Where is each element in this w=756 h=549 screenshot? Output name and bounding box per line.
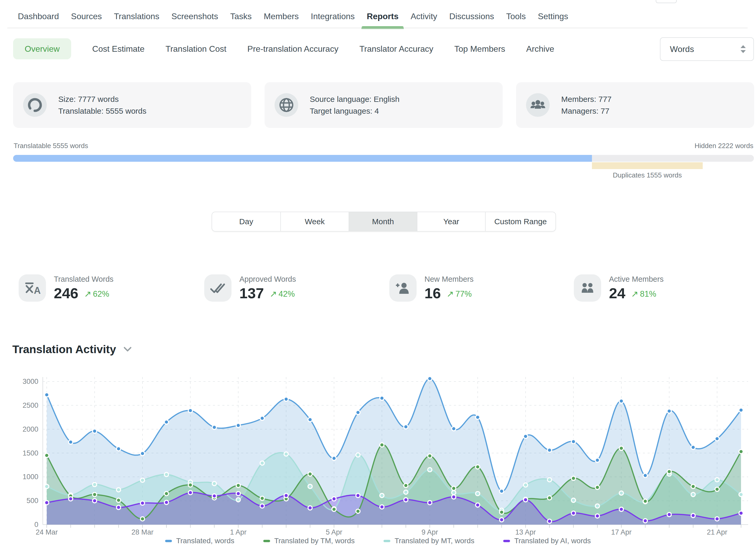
stat-label: Translated Words [54, 275, 113, 284]
svg-text:13 Apr: 13 Apr [515, 528, 536, 536]
nav-activity[interactable]: Activity [411, 12, 437, 21]
translation-activity-chart[interactable]: 05001000150020002500300024 Mar28 Mar1 Ap… [0, 362, 756, 549]
size-line: Size: 7777 words [58, 93, 146, 105]
legend-item-1[interactable]: Translated by TM, words [263, 537, 355, 545]
up-right-arrow-icon: ↗ [270, 289, 277, 299]
tab-cost-estimate[interactable]: Cost Estimate [92, 44, 144, 54]
progress-ring-icon [23, 93, 47, 117]
svg-text:1 Apr: 1 Apr [230, 528, 246, 536]
tab-archive[interactable]: Archive [526, 44, 554, 54]
size-card: Size: 7777 words Translatable: 5555 word… [13, 82, 251, 128]
svg-text:A: A [34, 285, 41, 296]
svg-text:2500: 2500 [23, 401, 38, 409]
new-members-stat: New Members 16 ↗77% [389, 274, 474, 302]
svg-text:9 Apr: 9 Apr [422, 528, 438, 536]
members-line: Members: 777 [561, 93, 612, 105]
tab-translation-cost[interactable]: Translation Cost [166, 44, 227, 54]
stat-value: 24 [609, 286, 625, 301]
globe-icon [275, 93, 298, 117]
target-languages-line: Target languages: 4 [310, 105, 400, 117]
translate-icon: A [19, 274, 46, 302]
legend-item-0[interactable]: Translated, words [165, 537, 234, 545]
header-divider [7, 28, 748, 28]
svg-text:5 Apr: 5 Apr [326, 528, 342, 536]
nav-tools[interactable]: Tools [506, 12, 526, 21]
svg-text:17 Apr: 17 Apr [611, 528, 632, 536]
tab-top-members[interactable]: Top Members [454, 44, 505, 54]
svg-text:500: 500 [27, 497, 38, 505]
range-tab-month[interactable]: Month [349, 212, 417, 231]
range-tab-week[interactable]: Week [280, 212, 349, 231]
date-range-tabs: Day Week Month Year Custom Range [212, 212, 556, 232]
chart-title: Translation Activity [12, 343, 116, 356]
legend-label: Translated by MT, words [395, 537, 474, 545]
tab-pretranslation-accuracy[interactable]: Pre-translation Accuracy [247, 44, 338, 54]
chart-title-row: Translation Activity [12, 343, 132, 356]
chart-legend: Translated, wordsTranslated by TM, words… [0, 537, 756, 545]
nav-reports-label: Reports [367, 12, 398, 21]
svg-text:21 Apr: 21 Apr [707, 528, 727, 536]
stat-delta: ↗42% [270, 289, 295, 299]
nav-dashboard[interactable]: Dashboard [18, 12, 59, 21]
managers-line: Managers: 77 [561, 105, 612, 117]
svg-text:0: 0 [34, 521, 38, 529]
svg-text:2000: 2000 [23, 425, 38, 433]
range-tab-day[interactable]: Day [212, 212, 280, 231]
legend-item-3[interactable]: Translated by AI, words [503, 537, 591, 545]
clipped-top-element [656, 0, 677, 3]
nav-integrations[interactable]: Integrations [311, 12, 355, 21]
stat-label: New Members [424, 275, 474, 284]
nav-reports-active[interactable]: Reports [367, 12, 398, 21]
nav-sources[interactable]: Sources [71, 12, 102, 21]
legend-marker [263, 540, 270, 542]
double-check-icon [204, 274, 232, 302]
nav-translations[interactable]: Translations [114, 12, 159, 21]
stat-value: 137 [239, 286, 264, 301]
legend-label: Translated by TM, words [274, 537, 355, 545]
legend-item-2[interactable]: Translated by MT, words [384, 537, 474, 545]
reports-overview-page: Dashboard Sources Translations Screensho… [0, 0, 756, 549]
duplicates-label: Duplicates 1555 words [566, 171, 729, 179]
nav-tasks[interactable]: Tasks [230, 12, 252, 21]
source-language-line: Source language: English [310, 93, 400, 105]
select-arrows-icon [740, 44, 747, 54]
stat-label: Approved Words [239, 275, 296, 284]
legend-label: Translated by AI, words [514, 537, 591, 545]
words-progress-track [13, 155, 754, 162]
nav-screenshots[interactable]: Screenshots [171, 12, 218, 21]
up-right-arrow-icon: ↗ [447, 289, 454, 299]
legend-label: Translated, words [176, 537, 234, 545]
nav-members[interactable]: Members [264, 12, 299, 21]
up-right-arrow-icon: ↗ [631, 289, 638, 299]
range-tab-custom-range[interactable]: Custom Range [485, 212, 555, 231]
stat-delta: ↗77% [447, 289, 472, 299]
stat-value: 246 [54, 286, 78, 301]
approved-words-stat: Approved Words 137 ↗42% [204, 274, 296, 302]
translatable-line: Translatable: 5555 words [58, 105, 146, 117]
members-card: Members: 777 Managers: 77 [516, 82, 754, 128]
project-info-cards: Size: 7777 words Translatable: 5555 word… [13, 82, 754, 128]
up-right-arrow-icon: ↗ [84, 289, 91, 299]
nav-discussions[interactable]: Discussions [449, 12, 494, 21]
stat-label: Active Members [609, 275, 664, 284]
translatable-progress-bar [13, 155, 592, 162]
svg-text:24 Mar: 24 Mar [36, 528, 58, 536]
legend-marker [384, 540, 390, 542]
stat-delta: ↗62% [84, 289, 109, 299]
range-tab-year[interactable]: Year [417, 212, 485, 231]
stat-delta: ↗81% [631, 289, 656, 299]
svg-text:3000: 3000 [23, 378, 38, 385]
svg-text:1000: 1000 [23, 473, 38, 481]
hidden-words-label: Hidden 2222 words [695, 142, 753, 150]
translated-words-stat: A Translated Words 246 ↗62% [19, 274, 113, 302]
person-add-icon [389, 274, 417, 302]
nav-settings[interactable]: Settings [538, 12, 568, 21]
chevron-down-icon[interactable] [123, 347, 132, 352]
tab-translator-accuracy[interactable]: Translator Accuracy [359, 44, 433, 54]
project-navigation: Dashboard Sources Translations Screensho… [18, 12, 568, 21]
reports-subnav: Overview Cost Estimate Translation Cost … [13, 38, 554, 59]
translatable-words-label: Translatable 5555 words [14, 142, 88, 150]
tab-overview[interactable]: Overview [13, 38, 71, 59]
units-select[interactable]: Words [660, 37, 754, 61]
svg-text:1500: 1500 [23, 449, 38, 457]
